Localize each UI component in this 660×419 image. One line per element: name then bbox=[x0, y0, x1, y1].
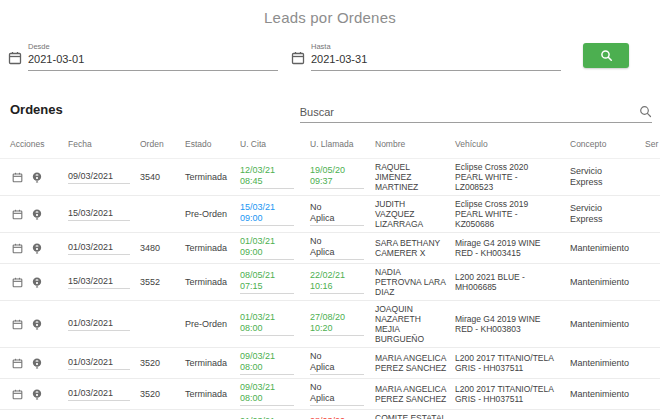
ullamada-cell[interactable]: 19/05/2009:37 bbox=[310, 165, 375, 189]
estado-cell: Terminada bbox=[185, 277, 240, 287]
nombre-cell: MARIA ANGELICA PEREZ SANCHEZ bbox=[375, 353, 455, 373]
calendar-icon[interactable] bbox=[12, 209, 23, 220]
filter-bar: Desde Hasta bbox=[0, 42, 660, 71]
ucita-cell[interactable]: 09/03/2108:00 bbox=[240, 382, 310, 406]
call-icon[interactable] bbox=[32, 209, 42, 220]
calendar-icon[interactable] bbox=[12, 172, 23, 183]
ucita-cell[interactable]: 15/03/2109:00 bbox=[240, 202, 310, 226]
vehiculo-cell: Mirage G4 2019 WINE RED - KH003803 bbox=[455, 314, 570, 334]
nombre-cell: RAQUEL JIMENEZ MARTINEZ bbox=[375, 162, 455, 192]
fecha-input: 15/03/2021 bbox=[68, 208, 130, 221]
estado-cell: Pre-Orden bbox=[185, 319, 240, 329]
ucita-cell[interactable]: 12/03/2108:45 bbox=[240, 165, 310, 189]
fecha-cell[interactable]: 01/03/2021 bbox=[68, 318, 140, 331]
vehiculo-cell: Eclipse Cross 2020 PEARL WHITE - LZ00852… bbox=[455, 162, 570, 192]
hasta-input[interactable] bbox=[311, 53, 561, 65]
ullamada-cell[interactable]: NoAplica bbox=[310, 382, 375, 406]
vehiculo-cell: Mirage G4 2019 WINE RED - KH003415 bbox=[455, 238, 570, 258]
calendar-icon[interactable] bbox=[12, 319, 23, 330]
page-title: Leads por Ordenes bbox=[0, 0, 660, 26]
concepto-cell: Mantenimiento bbox=[570, 358, 645, 369]
table-row: 15/03/2021 3552 Terminada 08/05/2107:15 … bbox=[0, 264, 660, 301]
actions-cell bbox=[10, 243, 68, 254]
fecha-input: 09/03/2021 bbox=[68, 171, 130, 184]
table-row: 09/03/2021 3540 Terminada 12/03/2108:45 … bbox=[0, 159, 660, 196]
orders-section-header: Ordenes bbox=[0, 102, 660, 123]
ucita-cell[interactable]: 09/03/2108:00 bbox=[240, 351, 310, 375]
fecha-input: 01/03/2021 bbox=[68, 357, 130, 370]
call-icon[interactable] bbox=[32, 389, 42, 400]
col-header-vehiculo: Vehículo bbox=[455, 139, 570, 149]
calendar-icon[interactable] bbox=[8, 51, 22, 65]
table-search-field bbox=[300, 105, 652, 123]
calendar-icon[interactable] bbox=[12, 358, 23, 369]
nombre-cell: JUDITH VAZQUEZ LIZARRAGA bbox=[375, 199, 455, 229]
call-icon[interactable] bbox=[32, 277, 42, 288]
table-row: 01/03/2021 3520 Terminada 09/03/2108:00 … bbox=[0, 348, 660, 379]
call-icon[interactable] bbox=[32, 172, 42, 183]
concepto-cell: Mantenimiento bbox=[570, 389, 645, 400]
orders-table: Acciones Fecha Orden Estado U. Cita U. L… bbox=[0, 133, 660, 419]
call-icon[interactable] bbox=[32, 243, 42, 254]
call-icon[interactable] bbox=[32, 358, 42, 369]
fecha-input: 01/03/2021 bbox=[68, 242, 130, 255]
concepto-cell: Servicio Express bbox=[570, 203, 645, 225]
fecha-cell[interactable]: 01/03/2021 bbox=[68, 242, 140, 255]
orden-cell: 3552 bbox=[140, 277, 185, 287]
vehiculo-cell: L200 2021 BLUE - MH006685 bbox=[455, 272, 570, 292]
nombre-cell: MARIA ANGELICA PEREZ SANCHEZ bbox=[375, 384, 455, 404]
desde-date-field: Desde bbox=[8, 42, 278, 71]
vehiculo-cell: Eclipse Cross 2019 PEARL WHITE - KZ05068… bbox=[455, 199, 570, 229]
concepto-cell: Mantenimiento bbox=[570, 243, 645, 254]
ucita-cell[interactable]: 01/03/2109:00 bbox=[240, 236, 310, 260]
desde-input[interactable] bbox=[28, 53, 278, 65]
concepto-cell: Mantenimiento bbox=[570, 277, 645, 288]
orden-cell: 3520 bbox=[140, 389, 185, 399]
buscar-input[interactable] bbox=[300, 106, 639, 118]
fecha-cell[interactable]: 01/03/2021 bbox=[68, 388, 140, 401]
ullamada-cell[interactable]: 27/08/2010:20 bbox=[310, 312, 375, 336]
col-header-estado: Estado bbox=[185, 139, 240, 149]
ucita-cell[interactable]: 08/05/2107:15 bbox=[240, 270, 310, 294]
ucita-cell[interactable]: 01/03/2108:00 bbox=[240, 312, 310, 336]
col-header-nombre: Nombre bbox=[375, 139, 455, 149]
fecha-input: 01/03/2021 bbox=[68, 388, 130, 401]
ullamada-cell[interactable]: NoAplica bbox=[310, 202, 375, 226]
calendar-icon[interactable] bbox=[291, 51, 305, 65]
table-row: 15/03/2021 Pre-Orden 15/03/2109:00 NoApl… bbox=[0, 196, 660, 233]
table-body: 09/03/2021 3540 Terminada 12/03/2108:45 … bbox=[0, 159, 660, 419]
calendar-icon[interactable] bbox=[12, 277, 23, 288]
call-icon[interactable] bbox=[32, 319, 42, 330]
desde-input-wrap: Desde bbox=[28, 42, 278, 71]
table-row: 01/03/2021 Pre-Orden 01/03/2108:00 27/08… bbox=[0, 301, 660, 348]
fecha-cell[interactable]: 01/03/2021 bbox=[68, 357, 140, 370]
nombre-cell: JOAQUIN NAZARETH MEJIA BURGUEÑO bbox=[375, 304, 455, 344]
ullamada-cell[interactable]: NoAplica bbox=[310, 236, 375, 260]
concepto-cell: Servicio Express bbox=[570, 166, 645, 188]
search-button[interactable] bbox=[583, 43, 629, 68]
ullamada-cell[interactable]: NoAplica bbox=[310, 351, 375, 375]
col-header-orden: Orden bbox=[140, 139, 185, 149]
calendar-icon[interactable] bbox=[12, 243, 23, 254]
leads-por-ordenes-page: Leads por Ordenes Desde Hasta bbox=[0, 0, 660, 419]
hasta-label: Hasta bbox=[311, 42, 561, 51]
ullamada-cell[interactable]: 22/02/2110:16 bbox=[310, 270, 375, 294]
fecha-cell[interactable]: 09/03/2021 bbox=[68, 171, 140, 184]
actions-cell bbox=[10, 358, 68, 369]
estado-cell: Terminada bbox=[185, 358, 240, 368]
calendar-icon[interactable] bbox=[12, 389, 23, 400]
actions-cell bbox=[10, 209, 68, 220]
vehiculo-cell: L200 2017 TITANIO/TELA GRIS - HH037511 bbox=[455, 384, 570, 404]
orden-cell: 3480 bbox=[140, 243, 185, 253]
actions-cell bbox=[10, 389, 68, 400]
magnifier-icon bbox=[639, 105, 652, 118]
actions-cell bbox=[10, 277, 68, 288]
estado-cell: Terminada bbox=[185, 389, 240, 399]
fecha-cell[interactable]: 15/03/2021 bbox=[68, 208, 140, 221]
col-header-ucita: U. Cita bbox=[240, 139, 310, 149]
fecha-cell[interactable]: 15/03/2021 bbox=[68, 276, 140, 289]
table-row: 01/03/2021 Pre-Orden 01/03/2108:15 28/03… bbox=[0, 410, 660, 419]
nombre-cell: SARA BETHANY CAMERER X bbox=[375, 238, 455, 258]
vehiculo-cell: L200 2017 TITANIO/TELA GRIS - HH037511 bbox=[455, 353, 570, 373]
table-row: 01/03/2021 3520 Terminada 09/03/2108:00 … bbox=[0, 379, 660, 410]
